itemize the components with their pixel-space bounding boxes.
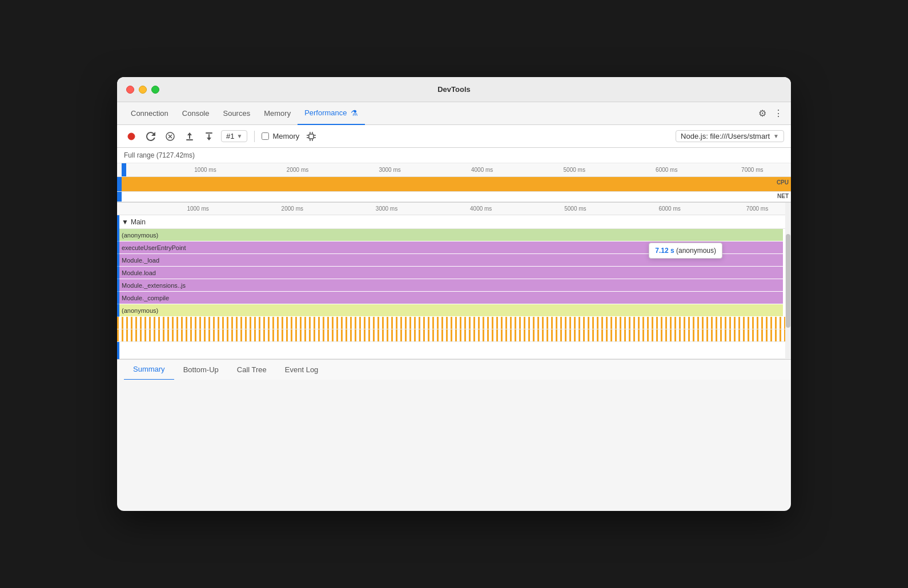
cpu-bar: CPU [117, 177, 791, 192]
flame-ruler: 1000 ms 2000 ms 3000 ms 4000 ms 5000 ms … [117, 203, 791, 215]
tick-3000: 3000 ms [379, 167, 400, 173]
flame-row-executeUserEntryPoint[interactable]: executeUserEntryPoint 7.12 s (anonymous) [117, 241, 791, 254]
flame-row-anonymous1[interactable]: (anonymous) [117, 229, 791, 241]
flame-tick-7000: 7000 ms [746, 206, 768, 212]
module-load2-bar: Module.load [119, 267, 783, 279]
memory-label: Memory [272, 132, 299, 140]
svg-rect-4 [186, 139, 193, 140]
memory-tool-icon[interactable] [304, 129, 319, 144]
flame-tooltip: 7.12 s (anonymous) [649, 243, 722, 259]
main-section-label: ▼ Main [117, 215, 791, 229]
node-label: Node.js: file:///Users/stmart [681, 132, 770, 140]
flame-tick-3000: 3000 ms [376, 206, 397, 212]
tick-4000: 4000 ms [471, 167, 493, 173]
main-label-text: Main [131, 218, 146, 226]
chevron-down-icon: ▼ [122, 218, 128, 226]
scrollbar-thumb[interactable] [786, 234, 790, 328]
tick-1000: 1000 ms [194, 167, 216, 173]
tab-bar: Connection Console Sources Memory Perfor… [117, 102, 791, 125]
flame-row-module-compile[interactable]: Module._compile [117, 292, 791, 304]
minimize-button[interactable] [139, 86, 147, 94]
timeline-ruler: 1000 ms 2000 ms 3000 ms 4000 ms 5000 ms … [126, 163, 785, 177]
flame-tick-1000: 1000 ms [187, 206, 208, 212]
toolbar-actions: ⚙ ⋮ [757, 108, 784, 119]
chip-icon [307, 132, 316, 141]
svg-rect-5 [206, 132, 212, 134]
record-button[interactable] [124, 129, 139, 144]
flame-row-module-extensions[interactable]: Module._extensions..js [117, 279, 791, 292]
clear-button[interactable] [163, 129, 178, 144]
node-selector[interactable]: Node.js: file:///Users/stmart ▼ [676, 130, 784, 142]
module-compile-bar: Module._compile [119, 292, 783, 304]
timeline-ruler-header: 1000 ms 2000 ms 3000 ms 4000 ms 5000 ms … [117, 163, 791, 177]
range-label: Full range (7127.42ms) [117, 148, 791, 163]
fullscreen-button[interactable] [151, 86, 159, 94]
flame-tick-6000: 6000 ms [658, 206, 680, 212]
upload-button[interactable] [182, 129, 197, 144]
cancel-icon [166, 132, 175, 141]
memory-toggle[interactable]: Memory [262, 132, 299, 140]
anonymous2-bar: (anonymous) [119, 304, 783, 316]
download-button[interactable] [202, 129, 216, 144]
node-dropdown-arrow-icon: ▼ [773, 133, 779, 139]
scrollbar-track[interactable] [785, 203, 791, 359]
action-bar: #1 ▼ Memory Node.js: file:///Users/stmar… [117, 125, 791, 148]
tab-call-tree[interactable]: Call Tree [228, 360, 276, 380]
tooltip-time: 7.12 s [655, 247, 674, 255]
record-icon [127, 132, 136, 141]
window-title: DevTools [437, 85, 471, 94]
titlebar: DevTools [117, 77, 791, 102]
main-content: Full range (7127.42ms) 1000 ms 2000 ms 3… [117, 148, 791, 380]
net-label: NET [777, 193, 789, 199]
close-button[interactable] [126, 86, 134, 94]
empty-row [117, 342, 791, 359]
anonymous1-bar: (anonymous) [119, 229, 783, 241]
flask-icon: ⚗ [351, 108, 358, 118]
tick-6000: 6000 ms [656, 167, 677, 173]
tick-2000: 2000 ms [287, 167, 308, 173]
svg-rect-6 [309, 134, 314, 139]
tab-console[interactable]: Console [175, 102, 216, 125]
reload-button[interactable] [143, 129, 158, 144]
tooltip-func: (anonymous) [676, 247, 716, 255]
yellow-pattern-1 [117, 317, 791, 329]
yellow-pattern-2 [117, 329, 791, 341]
module-extensions-bar: Module._extensions..js [119, 279, 783, 291]
svg-point-0 [128, 133, 135, 140]
flame-tick-5000: 5000 ms [564, 206, 586, 212]
tab-connection[interactable]: Connection [124, 102, 175, 125]
tab-summary[interactable]: Summary [124, 360, 174, 380]
devtools-window: DevTools Connection Console Sources Memo… [117, 77, 791, 511]
settings-icon[interactable]: ⚙ [757, 108, 768, 119]
tick-7000: 7000 ms [741, 167, 763, 173]
download-icon [204, 132, 214, 141]
more-icon[interactable]: ⋮ [773, 108, 784, 119]
flame-row-module-load2[interactable]: Module.load [117, 267, 791, 279]
tick-5000: 5000 ms [564, 167, 585, 173]
profile-selector[interactable]: #1 ▼ [221, 130, 247, 142]
bottom-tabs: Summary Bottom-Up Call Tree Event Log [117, 359, 791, 380]
traffic-lights [126, 86, 159, 94]
flame-tick-2000: 2000 ms [282, 206, 303, 212]
flame-tick-4000: 4000 ms [470, 206, 492, 212]
dropdown-arrow-icon: ▼ [236, 133, 242, 139]
profile-label: #1 [226, 132, 234, 140]
tab-memory[interactable]: Memory [257, 102, 298, 125]
tab-event-log[interactable]: Event Log [276, 360, 328, 380]
flame-area: 1000 ms 2000 ms 3000 ms 4000 ms 5000 ms … [117, 203, 791, 359]
yellow-bars-row-1 [117, 317, 791, 329]
tab-bottom-up[interactable]: Bottom-Up [174, 360, 228, 380]
flame-row-anonymous2[interactable]: (anonymous) [117, 304, 791, 317]
memory-checkbox-input[interactable] [262, 132, 269, 140]
net-bar: NET [117, 192, 791, 202]
separator-1 [254, 131, 255, 142]
yellow-bars-row-2 [117, 329, 791, 342]
upload-icon [185, 132, 194, 141]
reload-icon [146, 132, 155, 141]
tab-performance[interactable]: Performance ⚗ [298, 102, 364, 125]
tab-sources[interactable]: Sources [216, 102, 257, 125]
cpu-label: CPU [777, 179, 789, 186]
